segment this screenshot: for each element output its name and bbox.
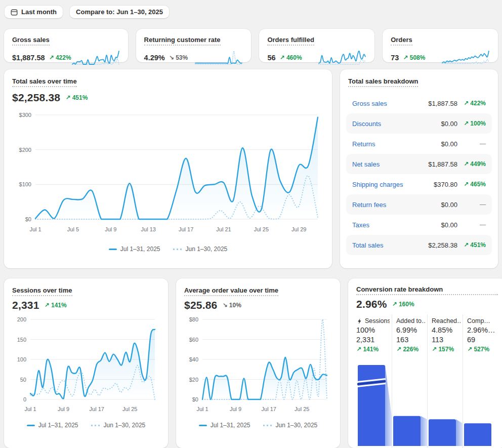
compare-to-label: Compare to: Jun 1–30, 2025 [76, 8, 163, 16]
breakdown-row-delta: ↗ 451% [457, 241, 486, 249]
breakdown-row-link[interactable]: Net sales [352, 160, 380, 168]
total-sales-over-time-card: Total sales over time $2,258.38 ↗ 451% $… [4, 69, 332, 268]
breakdown-row-delta: ↗ 449% [457, 160, 486, 168]
funnel-stage-percentage: 6.99% [396, 326, 425, 334]
card-title[interactable]: Sessions over time [12, 287, 72, 296]
svg-text:Jul 9: Jul 9 [105, 226, 116, 232]
calendar-icon [11, 9, 18, 16]
svg-text:Jul 1: Jul 1 [196, 406, 208, 412]
sessions-over-time-card: Sessions over time 2,331 ↗ 141% 05010015… [4, 278, 168, 448]
svg-text:Jul 17: Jul 17 [179, 226, 193, 232]
kpi-delta: ↗ 508% [403, 54, 425, 61]
svg-text:0: 0 [23, 396, 26, 402]
sessions-line-chart: 050100150200Jul 1Jul 9Jul 17Jul 25 [12, 313, 160, 419]
breakdown-row-delta: ↗ 422% [457, 100, 486, 107]
breakdown-row-delta: ↗ 465% [457, 181, 486, 188]
svg-text:$20: $20 [189, 377, 198, 383]
toolbar: Last month Compare to: Jun 1–30, 2025 [4, 5, 498, 19]
total-sales-breakdown-card: Total sales breakdown Gross sales$1,887.… [340, 69, 498, 268]
funnel-stage-label: Reached… [432, 317, 461, 324]
total-sales-line-chart: $0$100$200$300Jul 1Jul 5Jul 9Jul 13Jul 1… [12, 107, 324, 239]
svg-text:$100: $100 [19, 181, 31, 187]
breakdown-row: Gross sales$1,887.58↗ 422% [346, 93, 492, 113]
breakdown-row-link[interactable]: Taxes [352, 221, 369, 229]
svg-text:Jul 5: Jul 5 [67, 226, 79, 232]
kpi-title[interactable]: Returning customer rate [144, 36, 221, 46]
kpi-title[interactable]: Orders [391, 36, 412, 46]
sparkline-chart [71, 49, 120, 66]
kpi-delta: ↗ 422% [49, 54, 71, 61]
compare-to-button[interactable]: Compare to: Jun 1–30, 2025 [69, 5, 170, 19]
kpi-title[interactable]: Orders fulfilled [267, 36, 314, 46]
card-title[interactable]: Total sales breakdown [348, 77, 418, 87]
funnel-stage-delta: ↗ 141% [356, 346, 390, 353]
card-title[interactable]: Total sales over time [12, 77, 77, 87]
funnel-stage-percentage: 4.85% [432, 326, 461, 334]
breakdown-row-value: $0.00 [441, 140, 457, 148]
breakdown-row: Discounts$0.00↗ 100% [346, 113, 492, 134]
breakdown-row-value: $370.80 [434, 181, 457, 188]
sparkline-chart [194, 49, 243, 66]
svg-text:Jul 29: Jul 29 [291, 226, 306, 232]
legend-dotted-swatch [263, 425, 272, 426]
breakdown-row-delta: — [457, 221, 486, 228]
svg-text:100: 100 [17, 356, 26, 362]
funnel-bars-chart [356, 364, 498, 447]
breakdown-row-link[interactable]: Total sales [352, 241, 383, 249]
svg-text:Jul 13: Jul 13 [141, 226, 156, 232]
card-title[interactable]: Conversion rate breakdown [356, 286, 498, 295]
svg-text:Jul 17: Jul 17 [90, 406, 104, 412]
chart-legend: Jul 1–31, 2025 Jun 1–30, 2025 [12, 422, 160, 429]
funnel-stage-count: 2,331 [356, 336, 390, 344]
breakdown-rows: Gross sales$1,887.58↗ 422%Discounts$0.00… [348, 93, 490, 255]
breakdown-row-link[interactable]: Discounts [352, 120, 381, 128]
breakdown-row-link[interactable]: Returns [352, 140, 375, 148]
breakdown-row-link[interactable]: Gross sales [352, 100, 387, 107]
svg-text:$0: $0 [25, 216, 31, 222]
funnel-stage-label: Sessions [356, 317, 390, 324]
kpi-title[interactable]: Gross sales [12, 36, 50, 46]
svg-text:$60: $60 [189, 337, 198, 343]
svg-text:50: 50 [20, 377, 26, 383]
conversion-funnel: Sessions100%2,331↗ 141%Added to…6.99%163… [356, 314, 498, 448]
kpi-row: Gross sales $1,887.58 ↗ 422% Returning c… [4, 29, 498, 62]
svg-text:$300: $300 [19, 112, 31, 118]
svg-text:$40: $40 [189, 356, 198, 362]
kpi-value: $1,887.58 [12, 54, 45, 62]
total-sales-delta: ↗ 451% [65, 94, 88, 101]
breakdown-row-value: $1,887.58 [428, 160, 457, 168]
legend-solid-swatch [199, 425, 207, 426]
kpi-card-orders-fulfilled: Orders fulfilled 56 ↗ 460% [259, 29, 374, 62]
svg-text:Jul 1: Jul 1 [29, 226, 41, 232]
breakdown-row: Taxes$0.00— [346, 215, 492, 235]
conversion-rate-breakdown-card: Conversion rate breakdown 2.96% ↗ 160% S… [348, 278, 502, 448]
funnel-stage-delta: ↗ 157% [432, 346, 461, 353]
svg-text:Jul 1: Jul 1 [24, 406, 36, 412]
total-sales-value: $2,258.38 [12, 92, 60, 104]
kpi-delta: ↗ 460% [280, 54, 302, 61]
legend-solid-swatch [27, 425, 35, 426]
breakdown-row-value: $0.00 [441, 201, 457, 209]
conversion-delta: ↗ 160% [392, 301, 414, 308]
average-order-value-card: Average order value over time $25.86 ↘ 1… [176, 278, 340, 448]
card-title[interactable]: Average order value over time [184, 287, 278, 296]
funnel-stage-label: Added to… [396, 317, 425, 324]
breakdown-row-link[interactable]: Shipping charges [352, 181, 403, 188]
breakdown-row: Return fees$0.00— [346, 194, 492, 215]
funnel-stage-delta: ↗ 527% [467, 346, 496, 353]
funnel-stage-count: 113 [432, 336, 461, 344]
kpi-delta: ↘ 53% [169, 54, 188, 61]
breakdown-row-link[interactable]: Return fees [352, 201, 386, 209]
date-range-button[interactable]: Last month [4, 5, 63, 19]
breakdown-row-value: $2,258.38 [428, 241, 457, 249]
svg-text:$0: $0 [192, 396, 198, 402]
date-range-label: Last month [21, 8, 57, 16]
breakdown-row-delta: — [457, 201, 486, 208]
breakdown-row: Net sales$1,887.58↗ 449% [346, 154, 492, 174]
kpi-value: 56 [267, 54, 275, 62]
funnel-stage-delta: ↗ 226% [396, 346, 425, 353]
svg-text:Jul 17: Jul 17 [262, 406, 276, 412]
svg-text:Jul 25: Jul 25 [295, 406, 309, 412]
svg-text:$80: $80 [189, 316, 198, 322]
kpi-value: 4.29% [144, 54, 165, 62]
